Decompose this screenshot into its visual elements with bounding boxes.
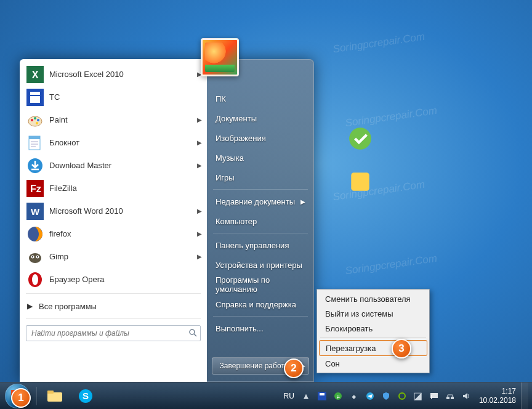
tray-icon-nvidia[interactable] — [396, 390, 408, 402]
tray-icon-save[interactable] — [316, 390, 328, 402]
svg-rect-1 — [351, 172, 369, 190]
clock-time: 1:17 — [479, 387, 516, 396]
watermark: Soringpcrepair.Com — [332, 31, 425, 56]
right-menu-item[interactable]: Изображения — [207, 128, 314, 148]
taskbar-item-explorer[interactable] — [40, 384, 70, 408]
right-menu-label: Справка и поддержка — [216, 300, 296, 309]
taskbar-item-skype[interactable]: S — [71, 384, 100, 408]
tray-icon-volume[interactable] — [460, 390, 472, 402]
pinned-app-gimp[interactable]: Gimp▶ — [21, 245, 206, 268]
pinned-app-tc[interactable]: TC — [21, 86, 206, 108]
svg-point-30 — [32, 274, 38, 285]
svg-point-27 — [32, 256, 33, 257]
start-menu: XMicrosoft Excel 2010▶TCPaint▶Блокнот▶Do… — [20, 59, 314, 382]
tray-icon-security[interactable] — [380, 390, 392, 402]
right-menu-label: Недавние документы — [216, 197, 295, 206]
svg-rect-50 — [451, 397, 454, 399]
right-menu-item[interactable]: Программы по умолчанию — [207, 275, 314, 294]
power-menu-label: Сон — [325, 359, 340, 368]
language-indicator[interactable]: RU — [280, 392, 298, 400]
desktop-shortcut[interactable] — [345, 123, 376, 154]
desktop-icons — [345, 123, 376, 209]
dm-icon — [26, 156, 44, 175]
svg-rect-37 — [47, 392, 62, 402]
svg-point-28 — [37, 256, 38, 257]
tray-icon-action-center[interactable] — [428, 390, 440, 402]
power-menu-item[interactable]: Сменить пользователя — [319, 291, 427, 306]
submenu-arrow-icon: ▶ — [300, 198, 305, 205]
excel-icon: X — [26, 65, 44, 84]
svg-point-46 — [399, 393, 405, 399]
pinned-app-label: TC — [49, 92, 202, 102]
pinned-app-label: Браузер Opera — [49, 275, 202, 284]
power-menu-label: Перезагрузка — [326, 344, 376, 353]
right-menu-item[interactable]: ПК — [207, 89, 314, 108]
right-menu-label: Панель управления — [216, 241, 289, 250]
taskbar-clock[interactable]: 1:17 10.02.2018 — [474, 387, 521, 405]
svg-point-24 — [29, 253, 41, 263]
divider — [213, 316, 308, 317]
svg-rect-13 — [29, 136, 40, 139]
power-menu-item[interactable]: Выйти из системы — [319, 306, 427, 321]
start-menu-right-pane: ПКДокументыИзображенияМузыкаИгрыНедавние… — [207, 59, 314, 382]
svg-rect-38 — [47, 391, 54, 394]
tc-icon — [26, 88, 44, 107]
right-menu-item[interactable]: Недавние документы▶ — [207, 192, 314, 211]
search-input[interactable] — [26, 325, 201, 341]
right-menu-item[interactable]: Панель управления — [207, 235, 314, 255]
power-menu-label: Блокировать — [325, 324, 373, 333]
pinned-app-filezilla[interactable]: FzFileZilla — [21, 177, 206, 200]
right-menu-label: Компьютер — [216, 217, 257, 226]
right-menu-item[interactable]: Игры — [207, 168, 314, 187]
annotation-marker-2: 2 — [284, 358, 304, 378]
svg-text:W: W — [31, 206, 40, 217]
svg-point-9 — [34, 117, 36, 119]
word-icon: W — [26, 202, 44, 221]
power-menu-item[interactable]: Сон — [319, 356, 427, 371]
firefox-icon — [26, 225, 44, 243]
start-menu-left-pane: XMicrosoft Excel 2010▶TCPaint▶Блокнот▶Do… — [20, 59, 207, 382]
pinned-app-dm[interactable]: Download Master▶ — [21, 154, 206, 177]
search-wrapper — [21, 322, 206, 344]
desktop-shortcut[interactable] — [345, 166, 376, 197]
show-hidden-icons[interactable]: ▴ — [300, 390, 312, 402]
tray-icon-network[interactable] — [444, 390, 456, 402]
svg-rect-5 — [30, 92, 40, 95]
user-picture[interactable] — [201, 38, 239, 76]
pinned-app-opera[interactable]: Браузер Opera — [21, 268, 206, 291]
all-programs-button[interactable]: ▶Все программы — [21, 296, 206, 316]
tray-icon-telegram[interactable] — [364, 390, 376, 402]
svg-rect-49 — [446, 397, 449, 399]
all-programs-label: Все программы — [39, 302, 97, 311]
right-menu-item[interactable]: Музыка — [207, 148, 314, 168]
power-menu-label: Сменить пользователя — [325, 294, 411, 304]
svg-point-10 — [37, 119, 39, 121]
divider — [213, 189, 308, 190]
paint-icon — [26, 111, 44, 129]
annotation-marker-1: 1 — [11, 388, 31, 408]
pinned-app-notepad[interactable]: Блокнот▶ — [21, 131, 206, 154]
svg-text:X: X — [32, 70, 39, 80]
pinned-app-firefox[interactable]: firefox▶ — [21, 222, 206, 245]
right-menu-label: Игры — [216, 173, 235, 182]
right-menu-item[interactable]: Компьютер — [207, 211, 314, 231]
pinned-app-word[interactable]: WMicrosoft Word 2010▶ — [21, 200, 206, 222]
right-menu-item[interactable]: Документы — [207, 108, 314, 128]
right-menu-item[interactable]: Устройства и принтеры — [207, 255, 314, 275]
tray-icon-generic[interactable]: ⬥ — [348, 390, 360, 402]
pinned-app-paint[interactable]: Paint▶ — [21, 108, 206, 131]
divider — [213, 233, 308, 233]
show-desktop-button[interactable] — [521, 383, 528, 410]
submenu-arrow-icon: ▶ — [197, 139, 202, 146]
tray-icon-generic[interactable]: ◪ — [412, 390, 424, 402]
pinned-app-excel[interactable]: XMicrosoft Excel 2010▶ — [21, 63, 206, 86]
power-menu-item[interactable]: Блокировать — [319, 321, 427, 336]
pinned-app-label: Download Master — [49, 161, 197, 170]
tray-icon-utorrent[interactable]: µ — [332, 390, 344, 402]
right-menu-item[interactable]: Справка и поддержка — [207, 294, 314, 314]
opera-icon — [26, 270, 44, 289]
submenu-arrow-icon: ▶ — [197, 162, 202, 169]
right-menu-item[interactable]: Выполнить... — [207, 318, 314, 338]
clock-date: 10.02.2018 — [479, 396, 516, 405]
divider — [26, 318, 201, 319]
